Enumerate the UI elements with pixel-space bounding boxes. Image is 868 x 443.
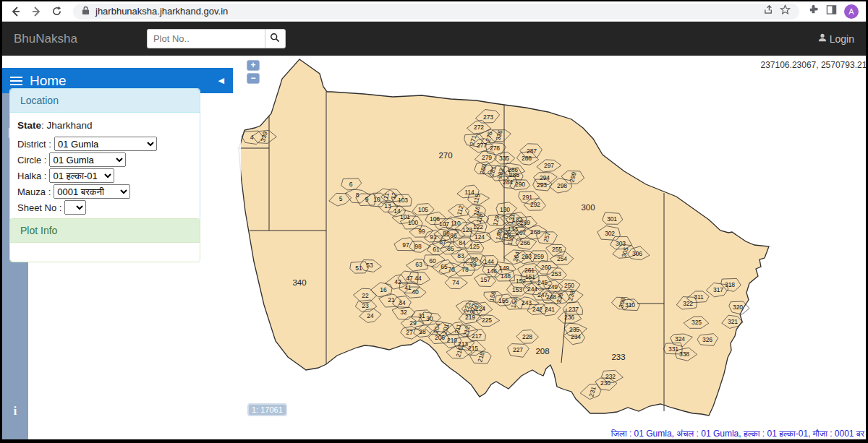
- region-label: 233: [611, 353, 625, 361]
- plot-label: 237: [569, 306, 579, 313]
- plot-label: 10: [373, 196, 380, 203]
- plot-label: 303: [616, 240, 626, 247]
- plot-label: 29: [409, 319, 417, 327]
- plot-label: 285: [509, 171, 519, 179]
- plot-label: 284: [503, 179, 513, 186]
- share-icon[interactable]: [763, 4, 774, 18]
- location-panel: Location State: Jharkhand District : 01 …: [9, 88, 200, 222]
- plot-label: 272: [474, 124, 484, 131]
- plot-search-input[interactable]: [147, 29, 265, 48]
- sheet-row: Sheet No :: [17, 200, 192, 215]
- plot-label: 155: [498, 297, 509, 304]
- plot-label: 321: [728, 318, 738, 325]
- plot-label: 22: [362, 292, 369, 299]
- reload-icon[interactable]: [48, 4, 64, 20]
- plot-label: 148: [501, 272, 511, 280]
- circle-row: Circle : 01 Gumla: [17, 152, 192, 167]
- plot-label: 320: [733, 304, 743, 311]
- plot-label: 306: [632, 250, 642, 257]
- plot-label: 123: [462, 226, 472, 233]
- plot-label: 217: [472, 332, 482, 340]
- login-button[interactable]: Login: [817, 33, 854, 45]
- bookmark-star-icon[interactable]: [780, 4, 791, 18]
- side-panel-icon[interactable]: [826, 4, 837, 18]
- plot-label: 114: [464, 189, 475, 196]
- plot-info-panel: Plot Info: [9, 218, 200, 262]
- plot-label: 144: [484, 258, 494, 265]
- plot-label: 6: [349, 181, 353, 188]
- extensions-icon[interactable]: [808, 4, 819, 18]
- plot-label: 32: [400, 309, 407, 316]
- district-select[interactable]: 01 Gumla: [54, 137, 157, 151]
- plot-label: 97: [402, 241, 409, 249]
- plot-label: 41: [404, 284, 412, 291]
- plot-label: 27: [406, 329, 413, 336]
- plot-label: 243: [522, 299, 532, 306]
- halka-label: Halka :: [17, 171, 46, 181]
- plot-label: 266: [520, 239, 530, 246]
- plot-label: 34: [399, 299, 406, 306]
- collapse-panel-icon[interactable]: ◀: [218, 76, 224, 85]
- plot-label: 149: [499, 264, 509, 272]
- plot-label: 103: [398, 197, 408, 204]
- plot-label: 297: [544, 162, 554, 169]
- lock-icon: [82, 5, 90, 18]
- mauza-select[interactable]: 0001 बरकनी: [54, 184, 130, 199]
- plot-label: 322: [683, 300, 693, 307]
- plot-label: 30: [426, 315, 433, 322]
- address-bar[interactable]: jharbhunaksha.jharkhand.gov.in: [73, 4, 799, 20]
- plot-label: 107: [439, 220, 449, 228]
- home-title: Home: [30, 73, 67, 89]
- plot-label: 273: [483, 113, 493, 121]
- back-icon[interactable]: [8, 4, 24, 20]
- plot-label: 219: [465, 314, 475, 321]
- plot-label: 317: [713, 286, 723, 293]
- plot-label: 74: [452, 279, 459, 286]
- location-status-text: जिला : 01 Gumla, अंचल : 01 Gumla, हल्का …: [611, 429, 864, 439]
- sheet-select[interactable]: [64, 200, 86, 215]
- zoom-in-button[interactable]: +: [247, 60, 260, 71]
- plot-label: 326: [702, 336, 712, 343]
- login-label: Login: [830, 33, 854, 45]
- profile-avatar[interactable]: A: [844, 4, 859, 19]
- district-label: District :: [17, 139, 51, 150]
- plot-label: 302: [605, 230, 615, 237]
- plot-label: 241: [545, 306, 555, 313]
- zoom-controls: + −: [247, 60, 260, 84]
- plot-label: 278: [490, 145, 500, 152]
- location-panel-title: Location: [10, 89, 200, 113]
- region-label: 270: [438, 151, 452, 160]
- plot-label: 259: [534, 253, 544, 260]
- plot-label: 318: [725, 281, 735, 288]
- plot-label: 232: [605, 373, 616, 380]
- url-text: jharbhunaksha.jharkhand.gov.in: [95, 6, 757, 17]
- forward-icon[interactable]: [28, 4, 44, 20]
- plot-label: 100: [408, 219, 418, 226]
- plot-label: 293: [537, 181, 547, 189]
- browser-toolbar: jharbhunaksha.jharkhand.gov.in A: [2, 1, 866, 22]
- plot-label: 250: [564, 282, 574, 289]
- info-icon[interactable]: i: [14, 405, 17, 418]
- plot-search: [147, 29, 286, 48]
- map-workspace: 2732722763362712772782793352872882972802…: [2, 56, 866, 441]
- circle-select[interactable]: 01 Gumla: [49, 152, 126, 167]
- plot-label: 287: [527, 147, 537, 155]
- plot-label: 42: [394, 278, 401, 285]
- search-button[interactable]: [265, 29, 286, 48]
- plot-label: 78: [461, 266, 469, 273]
- plot-label: 294: [540, 174, 550, 181]
- region-label: 340: [292, 278, 306, 287]
- halka-row: Halka : 01 हल्का-01: [17, 168, 192, 183]
- zoom-out-button[interactable]: −: [247, 73, 260, 84]
- person-icon: [817, 33, 827, 45]
- menu-icon[interactable]: [2, 77, 30, 85]
- plot-label: 292: [530, 201, 540, 208]
- plot-label: 227: [513, 346, 523, 353]
- plot-label: 60: [429, 257, 436, 264]
- plot-label: 83: [457, 252, 464, 259]
- plot-label: 40: [412, 288, 419, 296]
- plot-label: 253: [551, 270, 561, 278]
- state-value: Jharkhand: [47, 120, 93, 131]
- halka-select[interactable]: 01 हल्का-01: [49, 168, 114, 183]
- mauza-label: Mauza :: [17, 186, 51, 197]
